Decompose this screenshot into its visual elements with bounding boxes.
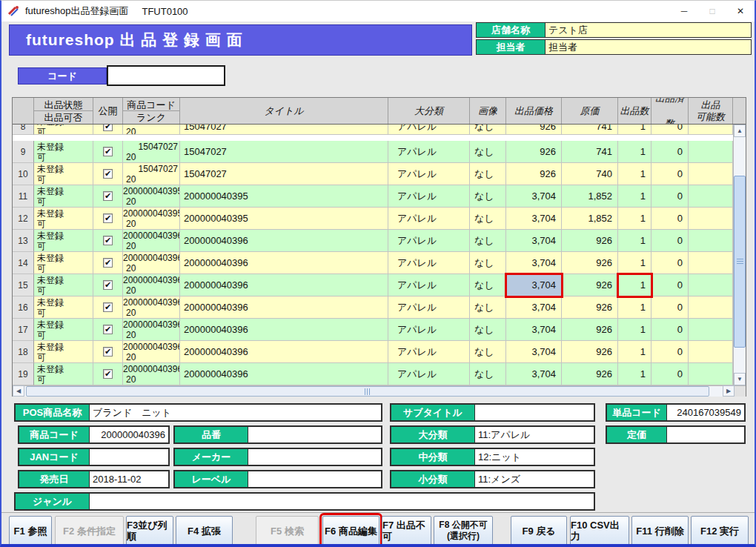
cell-price[interactable]: 3,704 — [506, 319, 562, 341]
maximize-button[interactable]: □ — [698, 1, 726, 21]
row-number[interactable]: 11 — [13, 185, 34, 208]
public-checkbox[interactable]: ✔ — [103, 369, 113, 379]
fkey-f12-button[interactable]: F12 実行 — [691, 516, 749, 546]
release-date-value[interactable]: 2018-11-02 — [90, 471, 168, 487]
scroll-left-icon[interactable]: ◀ — [13, 385, 24, 397]
horizontal-scrollbar[interactable]: ◀ ▶ — [13, 386, 733, 397]
public-checkbox[interactable]: ✔ — [103, 169, 113, 179]
public-checkbox[interactable]: ✔ — [103, 347, 113, 357]
cell-price[interactable]: 926 — [506, 163, 562, 185]
cell-qty[interactable]: 1 — [618, 319, 651, 341]
jan-code-value[interactable] — [90, 449, 168, 465]
cell-price[interactable]: 3,704 — [506, 230, 562, 252]
header-cost[interactable]: 原価 — [562, 98, 618, 124]
horizontal-scroll-thumb[interactable] — [26, 386, 709, 397]
cell-price[interactable]: 3,704 — [506, 296, 562, 319]
public-checkbox[interactable]: ✔ — [103, 191, 113, 201]
header-sold[interactable]: 出品済数 — [651, 98, 689, 124]
subtitle-value[interactable] — [475, 405, 594, 420]
public-checkbox[interactable]: ✔ — [103, 125, 113, 131]
public-checkbox[interactable]: ✔ — [103, 236, 113, 245]
item-code-value[interactable]: 240167039549 — [667, 405, 744, 420]
header-code[interactable]: 商品コードランク — [123, 98, 180, 124]
cell-price[interactable]: 3,704 — [506, 341, 562, 363]
row-number[interactable]: 19 — [13, 363, 34, 385]
header-image[interactable]: 画像 — [470, 98, 506, 124]
cell-qty[interactable]: 1 — [618, 296, 651, 319]
cell-qty[interactable]: 1 — [618, 230, 651, 252]
cell-qty[interactable]: 1 — [618, 363, 651, 385]
table-row[interactable]: 8 未登録可 ✔ 1504702720 15047027 アパレル なし 926… — [13, 125, 733, 141]
cell-price[interactable]: 3,704 — [506, 363, 562, 385]
category-small-value[interactable]: 11:メンズ — [475, 471, 594, 487]
header-price[interactable]: 出品価格 — [506, 98, 562, 124]
close-button[interactable]: ✕ — [726, 1, 755, 21]
public-checkbox[interactable]: ✔ — [103, 280, 113, 290]
table-row[interactable]: 18 未登録可 ✔ 20000004039620 200000040396 アパ… — [13, 341, 733, 363]
fkey-f7-button[interactable]: F7 出品不可 — [382, 516, 431, 546]
cell-qty[interactable]: 1 — [618, 274, 651, 296]
category-mid-value[interactable]: 12:ニット — [475, 449, 594, 465]
scroll-right-icon[interactable]: ▶ — [723, 385, 735, 397]
fkey-f4-button[interactable]: F4 拡張 — [176, 516, 233, 546]
cell-price[interactable]: 3,704 — [506, 274, 562, 296]
row-number[interactable]: 9 — [13, 141, 34, 163]
cell-qty[interactable]: 1 — [618, 185, 651, 208]
vertical-scroll-thumb[interactable] — [734, 176, 746, 348]
cell-price[interactable]: 926 — [506, 141, 562, 163]
minimize-button[interactable]: ─ — [670, 1, 698, 21]
public-checkbox[interactable]: ✔ — [103, 302, 113, 312]
cell-qty[interactable]: 1 — [618, 141, 651, 163]
cell-price[interactable]: 3,704 — [506, 252, 562, 274]
cell-price[interactable]: 3,704 — [506, 208, 562, 230]
row-number[interactable]: 12 — [13, 208, 34, 230]
cell-qty[interactable]: 1 — [618, 252, 651, 274]
scroll-up-icon[interactable]: ▲ — [734, 125, 746, 137]
table-row[interactable]: 16 未登録可 ✔ 20000004039620 200000040396 アパ… — [13, 296, 733, 319]
header-title[interactable]: タイトル — [180, 98, 388, 124]
table-row[interactable]: 12 未登録可 ✔ 20000004039520 200000040395 アパ… — [13, 208, 733, 230]
header-public[interactable]: 公開 — [93, 98, 123, 124]
fkey-f9-button[interactable]: F9 戻る — [511, 516, 567, 546]
cell-price[interactable]: 3,704 — [506, 185, 562, 208]
fkey-f11-button[interactable]: F11 行削除 — [631, 516, 689, 546]
row-number[interactable]: 15 — [13, 274, 34, 296]
row-number[interactable]: 18 — [13, 341, 34, 363]
cell-qty[interactable]: 1 — [618, 341, 651, 363]
public-checkbox[interactable]: ✔ — [103, 213, 113, 223]
header-category[interactable]: 大分類 — [388, 98, 470, 124]
list-price-value[interactable] — [667, 427, 744, 442]
table-row[interactable]: 14 未登録可 ✔ 20000004039620 200000040396 アパ… — [13, 252, 733, 274]
fkey-f6-button[interactable]: F6 商品編集 — [322, 516, 379, 546]
fkey-f1-button[interactable]: F1 参照 — [9, 516, 52, 546]
row-number[interactable]: 10 — [13, 163, 34, 185]
part-no-value[interactable] — [248, 427, 381, 442]
scroll-down-icon[interactable]: ▼ — [734, 373, 746, 385]
maker-value[interactable] — [248, 449, 381, 465]
header-status[interactable]: 出品状態出品可否 — [34, 98, 93, 124]
pos-name-value[interactable]: ブランド ニット — [90, 405, 381, 420]
cell-qty[interactable]: 1 — [618, 163, 651, 185]
table-row[interactable]: 17 未登録可 ✔ 20000004039620 200000040396 アパ… — [13, 319, 733, 341]
fkey-f3-button[interactable]: F3並び列順 — [126, 516, 173, 546]
table-row[interactable]: 9 未登録可 ✔ 1504702720 15047027 アパレル なし 926… — [13, 141, 733, 163]
row-number[interactable]: 16 — [13, 296, 34, 319]
table-row[interactable]: 11 未登録可 ✔ 20000004039520 200000040395 アパ… — [13, 185, 733, 208]
row-number[interactable]: 13 — [13, 230, 34, 252]
row-number[interactable]: 14 — [13, 252, 34, 274]
table-row[interactable]: 10 未登録可 ✔ 1504702720 15047027 アパレル なし 92… — [13, 163, 733, 185]
fkey-f10-button[interactable]: F10 CSV出力 — [570, 516, 629, 546]
header-available[interactable]: 出品可能数 — [689, 98, 733, 124]
cell-qty[interactable]: 1 — [618, 208, 651, 230]
category-large-value[interactable]: 11:アパレル — [475, 427, 594, 442]
row-number[interactable]: 17 — [13, 319, 34, 341]
public-checkbox[interactable]: ✔ — [103, 147, 113, 156]
table-row[interactable]: 15 未登録可 ✔ 20000004039620 200000040396 アパ… — [13, 274, 733, 296]
code-search-input[interactable] — [107, 65, 225, 86]
header-qty[interactable]: 出品数 — [618, 98, 651, 124]
table-row[interactable]: 13 未登録可 ✔ 20000004039620 200000040396 アパ… — [13, 230, 733, 252]
cell-qty[interactable]: 1 — [618, 125, 651, 135]
product-code-value[interactable]: 200000040396 — [90, 427, 168, 442]
table-row[interactable]: 19 未登録可 ✔ 20000004039620 200000040396 アパ… — [13, 363, 733, 385]
public-checkbox[interactable]: ✔ — [103, 258, 113, 268]
